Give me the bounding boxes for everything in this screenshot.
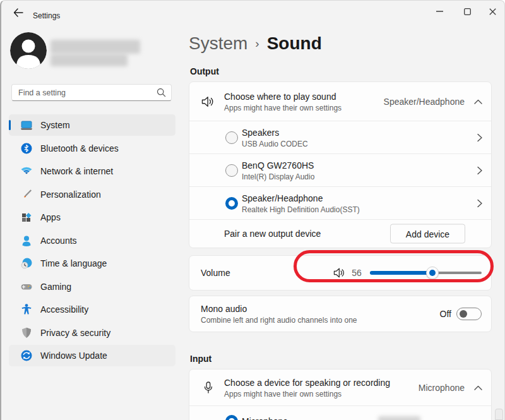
sidebar-item-label: Network & internet <box>40 166 113 176</box>
device-desc: Intel(R) Display Audio <box>242 171 314 181</box>
volume-slider[interactable] <box>370 267 482 279</box>
chevron-right-icon <box>477 199 482 207</box>
device-name: Microphone <box>242 416 288 420</box>
volume-card: Volume 56 <box>189 255 492 291</box>
sidebar-item-accounts[interactable]: Accounts <box>9 230 175 251</box>
expander-subtitle: Apps might have their own settings <box>224 388 390 399</box>
sidebar-item-bluetooth-devices[interactable]: Bluetooth & devices <box>9 138 175 159</box>
pair-device-row: Pair a new output device Add device <box>189 219 491 248</box>
device-detail-redacted <box>378 416 420 420</box>
mono-toggle-state-label: Off <box>440 309 451 319</box>
sidebar: System Bluetooth & devices Network & int… <box>1 26 186 420</box>
user-avatar[interactable] <box>10 32 47 69</box>
search-input[interactable] <box>18 85 156 100</box>
sidebar-item-label: Windows Update <box>40 351 107 361</box>
personalization-icon <box>20 188 33 201</box>
device-desc: USB Audio CODEC <box>242 138 308 148</box>
sidebar-item-label: Time & language <box>40 258 107 268</box>
sidebar-item-label: Personalization <box>40 189 101 200</box>
network-icon <box>20 165 33 177</box>
gaming-icon <box>20 280 33 293</box>
input-section-label: Input <box>190 354 211 364</box>
device-row-speakers[interactable]: Speakers USB Audio CODEC <box>189 121 491 153</box>
device-text: Speaker/Headphone Realtek High Definitio… <box>242 192 360 214</box>
minimize-button[interactable] <box>425 1 453 22</box>
sidebar-item-personalization[interactable]: Personalization <box>9 184 175 205</box>
sidebar-item-label: System <box>40 120 70 130</box>
record-device-expander[interactable]: Choose a device for speaking or recordin… <box>189 369 491 405</box>
maximize-icon <box>464 8 471 15</box>
device-row-benq[interactable]: BenQ GW2760HS Intel(R) Display Audio <box>189 153 491 186</box>
expander-text: Choose a device for speaking or recordin… <box>224 376 390 399</box>
speaker-icon <box>200 93 217 110</box>
sidebar-item-privacy-security[interactable]: Privacy & security <box>9 322 175 344</box>
play-sound-expander[interactable]: Choose where to play sound Apps might ha… <box>189 82 491 121</box>
mono-audio-card: Mono audio Combine left and right audio … <box>189 296 492 332</box>
accessibility-icon <box>20 303 33 316</box>
radio-microphone[interactable] <box>225 415 238 420</box>
device-text: Microphone <box>242 416 288 420</box>
sidebar-item-label: Bluetooth & devices <box>40 143 119 153</box>
main-content: System › Sound Output Choose where to pl… <box>189 26 492 420</box>
sidebar-item-gaming[interactable]: Gaming <box>9 276 175 297</box>
breadcrumb-system[interactable]: System <box>189 33 247 54</box>
selected-accent-bar <box>9 120 11 130</box>
sidebar-item-network-internet[interactable]: Network & internet <box>9 160 175 182</box>
device-text: BenQ GW2760HS Intel(R) Display Audio <box>242 159 314 181</box>
apps-icon <box>20 211 33 224</box>
minimize-icon <box>436 11 443 12</box>
device-row-microphone[interactable]: Microphone <box>189 405 491 420</box>
device-text: Speakers USB Audio CODEC <box>242 126 308 148</box>
radio-speakers[interactable] <box>225 131 238 144</box>
sidebar-item-apps[interactable]: Apps <box>9 207 175 228</box>
bluetooth-icon <box>20 142 33 155</box>
device-row-speaker-headphone[interactable]: Speaker/Headphone Realtek High Definitio… <box>189 186 491 219</box>
mono-audio-toggle[interactable] <box>456 308 482 320</box>
scrollbar-corner[interactable] <box>495 409 503 420</box>
back-arrow-icon <box>13 8 23 17</box>
breadcrumb: System › Sound <box>189 33 322 54</box>
sidebar-item-label: Gaming <box>40 282 71 292</box>
selected-input-value: Microphone <box>419 383 465 393</box>
time-language-icon <box>20 257 33 270</box>
close-button[interactable] <box>478 1 505 22</box>
volume-speaker-icon[interactable] <box>333 268 346 279</box>
search-box <box>11 84 172 101</box>
sidebar-nav: System Bluetooth & devices Network & int… <box>9 114 175 368</box>
sidebar-item-time-language[interactable]: Time & language <box>9 253 175 274</box>
mono-audio-text: Mono audio Combine left and right audio … <box>201 303 357 325</box>
microphone-icon <box>200 380 217 396</box>
user-name-redacted <box>50 40 140 54</box>
output-section-label: Output <box>190 66 219 76</box>
input-device-card: Choose a device for speaking or recordin… <box>189 369 492 420</box>
radio-speaker-headphone[interactable] <box>225 197 238 210</box>
settings-window: Settings <box>0 0 505 420</box>
sidebar-item-label: Privacy & security <box>40 328 110 338</box>
system-icon <box>20 119 33 131</box>
expander-text: Choose where to play sound Apps might ha… <box>224 90 342 112</box>
user-email-redacted <box>50 54 128 66</box>
expander-subtitle: Apps might have their own settings <box>224 102 342 112</box>
sidebar-item-system[interactable]: System <box>9 114 175 136</box>
maximize-button[interactable] <box>453 1 481 22</box>
volume-slider-thumb[interactable] <box>426 267 439 279</box>
sidebar-item-label: Apps <box>40 212 61 222</box>
search-icon <box>157 88 166 97</box>
sidebar-item-accessibility[interactable]: Accessibility <box>9 299 175 320</box>
volume-value: 56 <box>348 268 365 278</box>
device-name: Speaker/Headphone <box>242 192 360 204</box>
page-title: Sound <box>267 33 322 54</box>
add-device-button[interactable]: Add device <box>390 224 465 244</box>
chevron-right-icon <box>477 133 482 141</box>
sidebar-item-windows-update[interactable]: Windows Update <box>9 345 175 366</box>
device-desc: Realtek High Definition Audio(SST) <box>242 204 360 214</box>
chevron-right-icon <box>477 166 482 174</box>
device-name: Speakers <box>242 126 308 138</box>
expander-title: Choose a device for speaking or recordin… <box>224 376 390 388</box>
radio-benq[interactable] <box>225 164 238 177</box>
sidebar-item-label: Accessibility <box>40 304 88 315</box>
output-device-card: Choose where to play sound Apps might ha… <box>189 81 492 248</box>
close-icon <box>489 8 496 15</box>
back-button[interactable] <box>9 4 28 21</box>
toggle-knob <box>460 310 467 318</box>
